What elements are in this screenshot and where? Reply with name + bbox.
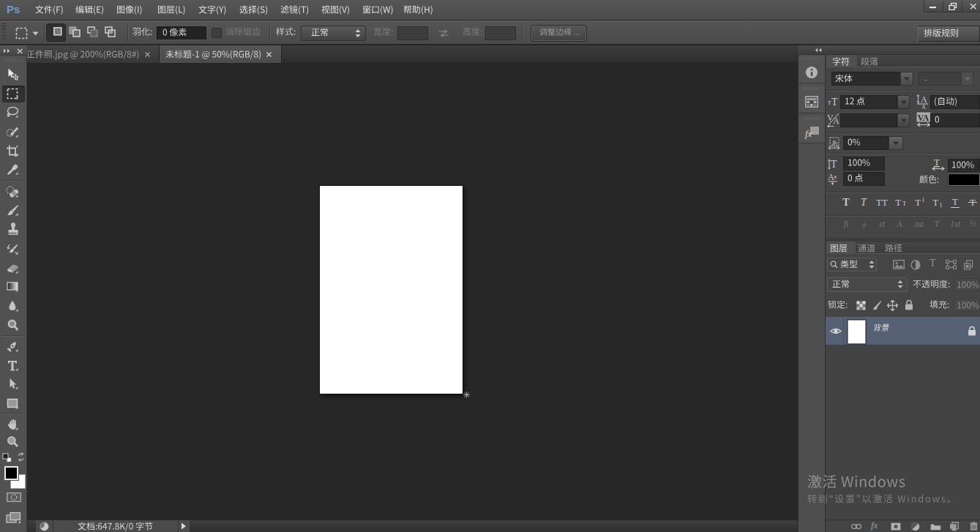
svg-text:T: T	[842, 197, 850, 208]
svg-text:fx: fx	[805, 128, 812, 139]
svg-text:T: T	[932, 197, 938, 208]
svg-text:T: T	[915, 197, 921, 208]
svg-text:VA: VA	[918, 113, 929, 123]
svg-text:T: T	[934, 157, 940, 168]
svg-text:T: T	[831, 159, 837, 170]
svg-text:A: A	[921, 104, 926, 109]
svg-text:T: T	[952, 196, 958, 207]
svg-text:1: 1	[922, 197, 925, 203]
svg-text:1: 1	[940, 202, 943, 209]
svg-text:a: a	[834, 173, 837, 180]
svg-text:A: A	[921, 94, 927, 105]
svg-text:あ: あ	[831, 139, 838, 146]
svg-text:T: T	[831, 97, 838, 107]
svg-text:A: A	[833, 116, 839, 126]
svg-text:T: T	[895, 197, 901, 208]
svg-text:TT: TT	[876, 197, 888, 208]
svg-text:T: T	[861, 197, 867, 208]
svg-text:T: T	[902, 200, 906, 207]
